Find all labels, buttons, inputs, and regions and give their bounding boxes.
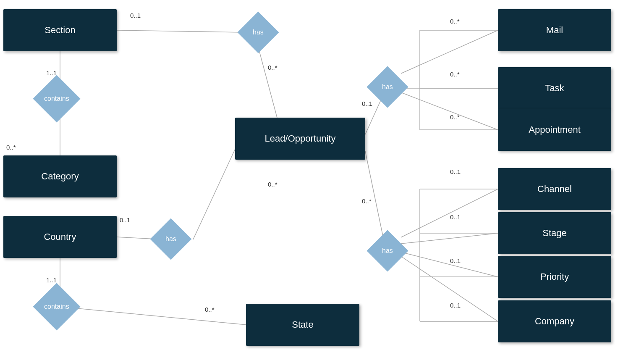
cardinality-country-has: 0..1	[120, 216, 130, 224]
cardinality-has-lead-top: 0..*	[268, 64, 277, 71]
entity-state: State	[246, 304, 359, 346]
svg-line-9	[401, 30, 498, 74]
svg-line-15	[401, 252, 498, 277]
entity-section: Section	[3, 9, 117, 51]
diamond-has-right-bottom: has	[367, 230, 408, 272]
svg-line-0	[117, 30, 243, 32]
cardinality-has-company: 0..1	[450, 302, 461, 309]
svg-line-1	[258, 47, 277, 118]
cardinality-lead-has-top: 0..1	[362, 100, 372, 107]
entity-task: Task	[498, 67, 611, 109]
entity-lead: Lead/Opportunity	[235, 118, 365, 160]
svg-line-13	[401, 189, 498, 237]
entity-appointment: Appointment	[498, 109, 611, 151]
diamond-contains-section: contains	[33, 75, 80, 122]
cardinality-has-stage: 0..1	[450, 213, 461, 221]
cardinality-has-appointment: 0..*	[450, 113, 460, 121]
entity-category: Category	[3, 155, 117, 197]
svg-line-14	[401, 233, 498, 244]
entity-company: Company	[498, 300, 611, 342]
cardinality-has-channel: 0..1	[450, 168, 461, 175]
cardinality-section-has: 0..1	[130, 12, 141, 19]
entity-stage: Stage	[498, 212, 611, 254]
diamond-contains-country: contains	[33, 283, 80, 330]
cardinality-has-task: 0..*	[450, 71, 460, 78]
cardinality-country-contains: 1..1	[46, 276, 57, 284]
diamond-has-top: has	[238, 12, 279, 53]
diamond-has-right-top: has	[367, 66, 408, 108]
entity-country: Country	[3, 216, 117, 258]
cardinality-contains-state: 0..*	[205, 306, 215, 313]
cardinality-contains-category: 0..*	[6, 144, 16, 151]
svg-line-7	[68, 308, 246, 325]
entity-channel: Channel	[498, 168, 611, 210]
svg-line-5	[193, 149, 235, 239]
cardinality-section-contains: 1..1	[46, 69, 57, 76]
entity-mail: Mail	[498, 9, 611, 51]
entity-priority: Priority	[498, 256, 611, 298]
cardinality-has-priority: 0..1	[450, 257, 461, 264]
svg-line-16	[401, 256, 498, 321]
er-diagram: Section Category Country State Lead/Oppo…	[0, 0, 644, 355]
svg-line-11	[401, 92, 498, 130]
cardinality-lead-has-bottom: 0..*	[362, 197, 372, 205]
diamond-has-country: has	[150, 218, 192, 260]
cardinality-has-mail: 0..*	[450, 18, 460, 25]
cardinality-has-lead-bottom: 0..*	[268, 181, 277, 188]
